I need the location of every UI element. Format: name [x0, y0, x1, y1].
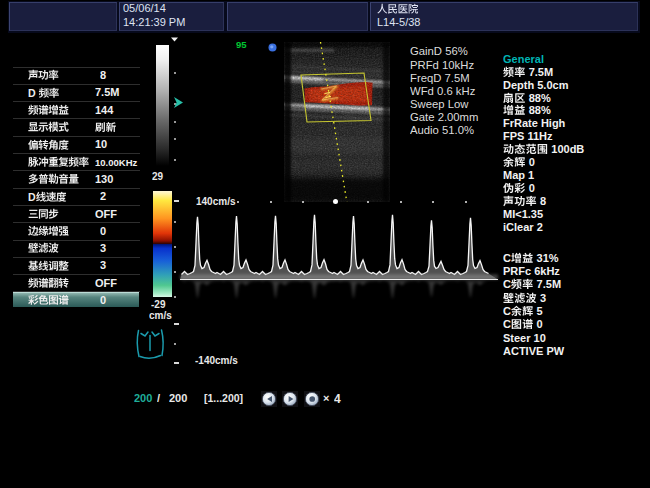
svg-text:-140cm/s: -140cm/s	[195, 355, 238, 366]
svg-text:[1...200]: [1...200]	[204, 392, 243, 404]
svg-text:OFF: OFF	[95, 208, 117, 220]
svg-text:Audio 51.0%: Audio 51.0%	[410, 124, 474, 136]
svg-text:3: 3	[100, 242, 106, 254]
svg-text:MI<1.35: MI<1.35	[503, 208, 543, 220]
svg-text:Depth 5.0cm: Depth 5.0cm	[503, 79, 569, 91]
svg-text:31%: 31%	[537, 252, 559, 264]
svg-text:Map 1: Map 1	[503, 169, 534, 181]
svg-text:Steer 10: Steer 10	[503, 332, 546, 344]
svg-text:Sweep Low: Sweep Low	[410, 98, 469, 110]
svg-text:C: C	[503, 278, 511, 290]
svg-text:200: 200	[134, 392, 152, 404]
svg-text:3: 3	[100, 259, 106, 271]
svg-text:100dB: 100dB	[551, 143, 584, 155]
svg-text:7.5M: 7.5M	[529, 66, 553, 78]
svg-text:ACTIVE PW: ACTIVE PW	[503, 345, 565, 357]
svg-text:PRFc 6kHz: PRFc 6kHz	[503, 265, 560, 277]
svg-text:5: 5	[537, 305, 543, 317]
svg-text:0: 0	[100, 225, 106, 237]
svg-text:FrRate High: FrRate High	[503, 117, 566, 129]
svg-text:10: 10	[95, 138, 107, 150]
svg-text:C: C	[503, 305, 511, 317]
svg-text:144: 144	[95, 104, 114, 116]
svg-text:14:21:39 PM: 14:21:39 PM	[123, 16, 185, 28]
svg-text:7.5M: 7.5M	[95, 86, 119, 98]
svg-text:×: ×	[323, 392, 329, 404]
svg-text:88%: 88%	[529, 92, 551, 104]
svg-text:10.00KHz: 10.00KHz	[95, 157, 137, 168]
svg-text:2: 2	[100, 190, 106, 202]
svg-text:4: 4	[334, 392, 341, 406]
svg-text:FreqD 7.5M: FreqD 7.5M	[410, 72, 470, 84]
svg-text:General: General	[503, 53, 544, 65]
svg-text:0: 0	[100, 294, 106, 306]
svg-text:95: 95	[236, 39, 247, 50]
svg-text:140cm/s: 140cm/s	[196, 196, 236, 207]
svg-text:OFF: OFF	[95, 277, 117, 289]
svg-text:29: 29	[152, 171, 164, 182]
svg-text:200: 200	[169, 392, 187, 404]
svg-text:D: D	[28, 191, 36, 203]
svg-text:WFd 0.6 kHz: WFd 0.6 kHz	[410, 85, 476, 97]
svg-text:0: 0	[529, 182, 535, 194]
svg-text:L14-5/38: L14-5/38	[377, 16, 420, 28]
svg-text:cm/s: cm/s	[149, 310, 172, 321]
svg-text:3: 3	[540, 292, 546, 304]
svg-text:Gate 2.00mm: Gate 2.00mm	[410, 111, 478, 123]
svg-text:C: C	[503, 318, 511, 330]
svg-text:8: 8	[100, 69, 106, 81]
svg-text:0: 0	[529, 156, 535, 168]
svg-text:05/06/14: 05/06/14	[123, 2, 166, 14]
svg-text:GainD 56%: GainD 56%	[410, 46, 468, 58]
svg-text:iClear 2: iClear 2	[503, 221, 543, 233]
svg-text:-29: -29	[151, 299, 166, 310]
svg-text:FPS 11Hz: FPS 11Hz	[503, 130, 553, 142]
svg-text:C: C	[503, 252, 511, 264]
svg-text:8: 8	[540, 195, 546, 207]
svg-text:D: D	[28, 87, 36, 99]
svg-text:130: 130	[95, 173, 113, 185]
svg-text:PRFd 10kHz: PRFd 10kHz	[410, 59, 474, 71]
svg-text:88%: 88%	[529, 104, 551, 116]
svg-text:0: 0	[537, 318, 543, 330]
svg-text:7.5M: 7.5M	[537, 278, 561, 290]
svg-text:/: /	[157, 392, 160, 404]
